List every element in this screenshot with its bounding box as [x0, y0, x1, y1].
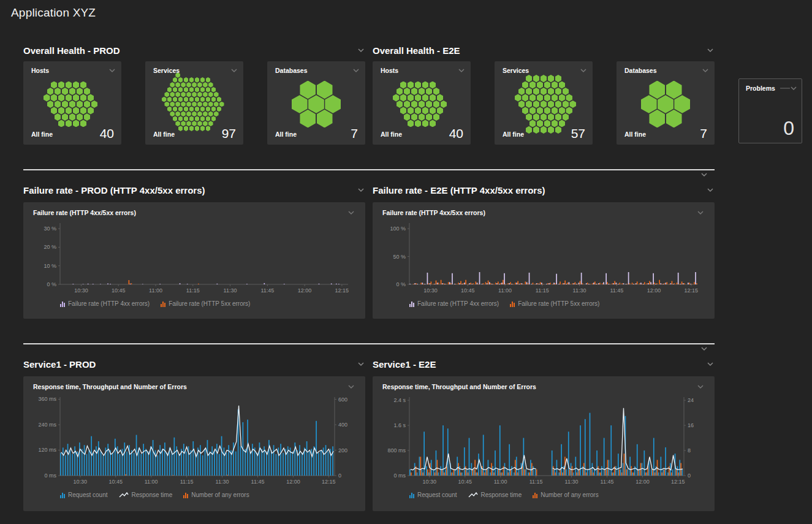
chevron-down-icon[interactable]: [352, 67, 360, 74]
hexagon[interactable]: [555, 75, 562, 82]
hexagon[interactable]: [533, 88, 540, 95]
hexagon[interactable]: [189, 87, 194, 93]
hexagon[interactable]: [84, 88, 91, 95]
tile-services-e2e[interactable]: Services All fine57: [495, 61, 593, 145]
tile-problems[interactable]: Problems 0: [738, 78, 802, 143]
hexagon[interactable]: [433, 101, 440, 108]
hexagon[interactable]: [400, 107, 407, 114]
hexagon[interactable]: [419, 101, 425, 108]
hexagon[interactable]: [548, 88, 555, 95]
hexagon[interactable]: [200, 116, 205, 121]
hexagon[interactable]: [559, 107, 566, 114]
hexagon[interactable]: [62, 101, 69, 108]
hexagon[interactable]: [214, 92, 219, 97]
hexagon[interactable]: [51, 82, 58, 89]
hexagon[interactable]: [548, 75, 555, 82]
hexagon[interactable]: [189, 97, 194, 102]
hexagon[interactable]: [73, 107, 80, 114]
hexagon[interactable]: [66, 120, 72, 127]
hexagon[interactable]: [437, 107, 444, 114]
hexagon[interactable]: [422, 120, 429, 127]
legend-item[interactable]: Number of any errors: [183, 492, 249, 498]
tile-databases-prod[interactable]: Databases All fine7: [267, 61, 365, 145]
hexagon[interactable]: [184, 87, 189, 93]
hexagon[interactable]: [544, 82, 551, 89]
legend-item[interactable]: Failure rate (HTTP 5xx errors): [510, 300, 599, 307]
chevron-down-icon[interactable]: [706, 47, 715, 53]
hexagon[interactable]: [533, 113, 540, 121]
hexagon[interactable]: [181, 102, 186, 107]
failure-e2e-chart-tile[interactable]: Failure rate (HTTP 4xx/5xx errors) 0 %50…: [373, 202, 715, 319]
hexagon[interactable]: [175, 82, 180, 88]
chevron-down-icon[interactable]: [357, 361, 365, 367]
hexagon[interactable]: [58, 120, 65, 127]
legend-item[interactable]: Request count: [409, 492, 457, 498]
hexagon[interactable]: [541, 113, 547, 121]
hexagon[interactable]: [206, 107, 211, 112]
hexagon[interactable]: [69, 101, 76, 108]
hexagon[interactable]: [47, 88, 54, 95]
service1-prod-canvas[interactable]: 0 ms120 ms240 ms360 ms020040060010:3010:…: [33, 392, 355, 489]
hexagon[interactable]: [189, 116, 194, 121]
hexagon[interactable]: [408, 82, 414, 89]
hexagon[interactable]: [404, 88, 411, 95]
service1-e2e-canvas[interactable]: 0 ms800 ms1.6 s2.4 s08162410:3010:4511:0…: [382, 392, 705, 489]
hexagon[interactable]: [192, 102, 197, 107]
hexagon[interactable]: [566, 94, 572, 101]
chevron-down-icon[interactable]: [357, 187, 365, 193]
tile-hosts-prod[interactable]: Hosts All fine40: [23, 61, 121, 145]
hexagon[interactable]: [55, 113, 61, 121]
hexagon[interactable]: [80, 94, 87, 101]
hexagon[interactable]: [195, 87, 200, 93]
failure-e2e-chart[interactable]: 0 %50 %100 %10:3010:4511:0011:1511:3011:…: [382, 218, 705, 298]
hexagon[interactable]: [408, 120, 414, 127]
legend-item[interactable]: Failure rate (HTTP 4xx errors): [60, 300, 150, 307]
hexagon[interactable]: [184, 97, 189, 102]
hexagon[interactable]: [186, 92, 191, 97]
hexagon[interactable]: [200, 87, 205, 93]
legend-item[interactable]: Number of any errors: [533, 492, 598, 498]
hexagon[interactable]: [186, 82, 191, 88]
hexagon[interactable]: [548, 101, 555, 108]
hexagon[interactable]: [533, 101, 540, 108]
hexagon[interactable]: [522, 82, 529, 89]
hexagon[interactable]: [541, 88, 547, 95]
legend-item[interactable]: Response time: [468, 492, 522, 498]
hexagon[interactable]: [397, 88, 403, 95]
hexagon[interactable]: [555, 101, 562, 108]
hexagon[interactable]: [552, 94, 558, 101]
hexagon[interactable]: [563, 113, 569, 121]
hexagon[interactable]: [184, 116, 189, 121]
hexagon[interactable]: [55, 88, 61, 95]
hexagon[interactable]: [73, 82, 80, 89]
hexagon[interactable]: [175, 102, 180, 107]
hexagon[interactable]: [555, 113, 562, 121]
hexagon[interactable]: [518, 88, 525, 95]
hexagon[interactable]: [175, 121, 180, 126]
hexagon[interactable]: [181, 82, 186, 88]
hexagon[interactable]: [66, 107, 72, 114]
hexagon[interactable]: [181, 121, 186, 126]
hexagon[interactable]: [206, 97, 211, 102]
hexagon[interactable]: [170, 92, 175, 97]
hexagon[interactable]: [217, 97, 222, 102]
legend-item[interactable]: Response time: [119, 492, 173, 498]
hexagon[interactable]: [195, 97, 200, 102]
hexagon[interactable]: [430, 120, 436, 127]
hexagon[interactable]: [69, 113, 76, 121]
hexagon[interactable]: [317, 81, 333, 99]
chevron-down-icon[interactable]: [230, 67, 238, 74]
hexagon[interactable]: [219, 102, 224, 107]
service-prod-chart[interactable]: 0 ms120 ms240 ms360 ms020040060010:3010:…: [33, 392, 355, 489]
hexagon[interactable]: [544, 107, 551, 114]
hexagon[interactable]: [186, 102, 191, 107]
hexagon[interactable]: [433, 88, 440, 95]
hexagon[interactable]: [422, 82, 429, 89]
hexagon[interactable]: [189, 107, 194, 112]
hexagon[interactable]: [526, 101, 533, 108]
hexagon[interactable]: [58, 82, 65, 89]
hexagon[interactable]: [51, 107, 58, 114]
hexagon[interactable]: [397, 101, 403, 108]
hexagon[interactable]: [430, 107, 436, 114]
hexagon[interactable]: [563, 88, 569, 95]
